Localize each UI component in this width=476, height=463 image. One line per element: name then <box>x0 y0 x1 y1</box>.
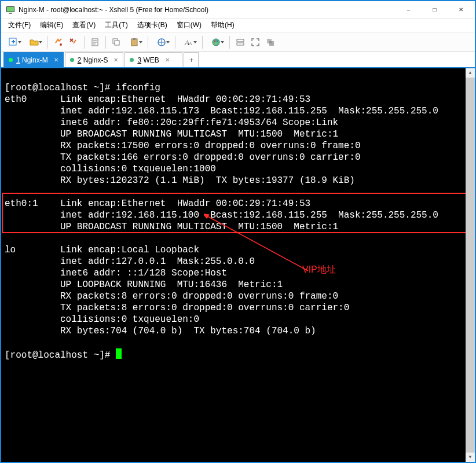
terminal-line: inet addr:127.0.0.1 Mask:255.0.0.0 <box>5 256 255 267</box>
svg-rect-2 <box>9 13 12 14</box>
maximize-button[interactable]: □ <box>422 2 448 18</box>
reconnect-button[interactable] <box>52 35 65 49</box>
vertical-scrollbar[interactable]: ▲ ▼ <box>466 68 475 462</box>
fullscreen-button[interactable] <box>248 35 262 49</box>
svg-point-14 <box>214 40 215 41</box>
terminal-line: UP LOOPBACK RUNNING MTU:16436 Metric:1 <box>5 280 283 290</box>
transparency-button[interactable] <box>263 35 277 49</box>
toolbar-separator <box>175 36 175 49</box>
tab-web[interactable]: 3 WEB ✕ <box>125 52 182 67</box>
tab-label: Nginx-S <box>83 56 108 64</box>
svg-rect-17 <box>237 39 244 42</box>
svg-rect-7 <box>115 41 119 45</box>
tab-nginx-s[interactable]: 2 Nginx-S ✕ <box>65 52 124 67</box>
svg-rect-20 <box>269 41 274 46</box>
disconnect-button[interactable] <box>67 35 80 49</box>
terminal-line: lo Link encap:Local Loopback <box>5 245 199 255</box>
menu-help[interactable]: 帮助(H) <box>206 19 239 32</box>
terminal-line: collisions:0 txqueuelen:0 <box>5 314 199 325</box>
paste-button[interactable] <box>125 35 144 49</box>
tab-close-icon[interactable]: ✕ <box>113 57 118 63</box>
tab-label: Nginx-M <box>22 56 48 64</box>
tab-number: 2 <box>78 56 82 64</box>
terminal-line: RX bytes:704 (704.0 b) TX bytes:704 (704… <box>5 326 316 336</box>
menu-edit[interactable]: 编辑(E) <box>35 19 68 32</box>
terminal-line: eth0 Link encap:Ethernet HWaddr 00:0C:29… <box>5 94 310 105</box>
terminal-line: TX packets:8 errors:0 dropped:0 overruns… <box>5 303 349 313</box>
find-button[interactable] <box>152 35 171 49</box>
terminal-line: UP BROADCAST RUNNING MULTICAST MTU:1500 … <box>5 222 338 232</box>
terminal-line: RX bytes:1202372 (1.1 MiB) TX bytes:1937… <box>5 175 355 186</box>
menu-tabs[interactable]: 选项卡(B) <box>133 19 172 32</box>
menu-tools[interactable]: 工具(T) <box>100 19 132 32</box>
cursor-icon <box>116 348 122 359</box>
tile-horizontal-button[interactable] <box>233 35 247 49</box>
open-button[interactable] <box>24 35 44 49</box>
svg-rect-18 <box>237 43 244 45</box>
status-dot-icon <box>9 58 13 62</box>
terminal-line: inet addr:192.168.115.100 Bcast:192.168.… <box>5 210 438 221</box>
toolbar-separator <box>105 36 106 49</box>
terminal-line: [root@localhost ~]# ifconfig <box>5 83 160 93</box>
toolbar-separator <box>47 36 48 49</box>
terminal-line: inet6 addr: fe80::20c:29ff:fe71:4953/64 … <box>5 117 338 128</box>
terminal-line: [root@localhost ~]# <box>5 350 116 361</box>
scroll-up-icon[interactable]: ▲ <box>466 68 475 78</box>
terminal-line: inet addr:192.168.115.173 Bcast:192.168.… <box>5 106 438 116</box>
terminal-line: collisions:0 txqueuelen:1000 <box>5 164 216 174</box>
scroll-thumb[interactable] <box>466 78 475 453</box>
scroll-track[interactable] <box>466 78 475 453</box>
svg-point-16 <box>215 42 217 43</box>
toolbar: AA <box>1 32 475 52</box>
svg-text:A: A <box>189 41 192 46</box>
tab-close-icon[interactable]: ✕ <box>165 57 170 63</box>
properties-button[interactable] <box>88 35 102 49</box>
menubar: 文件(F) 编辑(E) 查看(V) 工具(T) 选项卡(B) 窗口(W) 帮助(… <box>1 19 475 32</box>
tab-close-icon[interactable]: ✕ <box>54 57 58 63</box>
window-titlebar: Nginx-M - root@localhost:~ - Xshell 5 (F… <box>1 1 475 19</box>
scroll-down-icon[interactable]: ▼ <box>466 453 475 462</box>
tab-label: WEB <box>143 56 159 64</box>
menu-window[interactable]: 窗口(W) <box>172 19 206 32</box>
status-dot-icon <box>130 58 134 62</box>
tab-nginx-m[interactable]: 1 Nginx-M ✕ <box>3 52 64 67</box>
toolbar-separator <box>148 36 148 49</box>
window-title: Nginx-M - root@localhost:~ - Xshell 5 (F… <box>19 6 396 14</box>
toolbar-separator <box>84 36 85 49</box>
terminal-line: RX packets:8 errors:0 dropped:0 overruns… <box>5 291 338 302</box>
tab-number: 3 <box>137 56 141 64</box>
menu-view[interactable]: 查看(V) <box>68 19 100 32</box>
copy-button[interactable] <box>109 35 123 49</box>
tab-number: 1 <box>16 56 20 64</box>
annotation-label: VIP地址 <box>302 264 336 275</box>
terminal-line: eth0:1 Link encap:Ethernet HWaddr 00:0C:… <box>5 199 310 209</box>
terminal-line: RX packets:17500 errors:0 dropped:0 over… <box>5 141 361 151</box>
session-tabs: 1 Nginx-M ✕ 2 Nginx-S ✕ 3 WEB ✕ + <box>1 52 475 68</box>
minimize-button[interactable]: – <box>396 2 422 18</box>
svg-rect-9 <box>133 38 136 40</box>
toolbar-separator <box>229 36 230 49</box>
app-icon <box>6 5 15 14</box>
status-dot-icon <box>70 58 74 62</box>
svg-rect-1 <box>7 7 14 12</box>
terminal-line: inet6 addr: ::1/128 Scope:Host <box>5 268 227 278</box>
color-scheme-button[interactable] <box>206 35 226 49</box>
font-button[interactable]: AA <box>179 35 199 49</box>
terminal-output[interactable]: [root@localhost ~]# ifconfig eth0 Link e… <box>1 68 475 462</box>
tab-add-button[interactable]: + <box>184 52 199 67</box>
svg-point-13 <box>213 39 219 46</box>
svg-point-15 <box>217 40 218 41</box>
terminal-line: TX packets:166 errors:0 dropped:0 overru… <box>5 152 361 163</box>
menu-file[interactable]: 文件(F) <box>3 19 35 32</box>
new-session-button[interactable] <box>3 35 23 49</box>
close-button[interactable]: ✕ <box>448 2 474 18</box>
terminal-line: UP BROADCAST RUNNING MULTICAST MTU:1500 … <box>5 129 338 139</box>
toolbar-separator <box>202 36 203 49</box>
svg-point-4 <box>60 43 62 46</box>
